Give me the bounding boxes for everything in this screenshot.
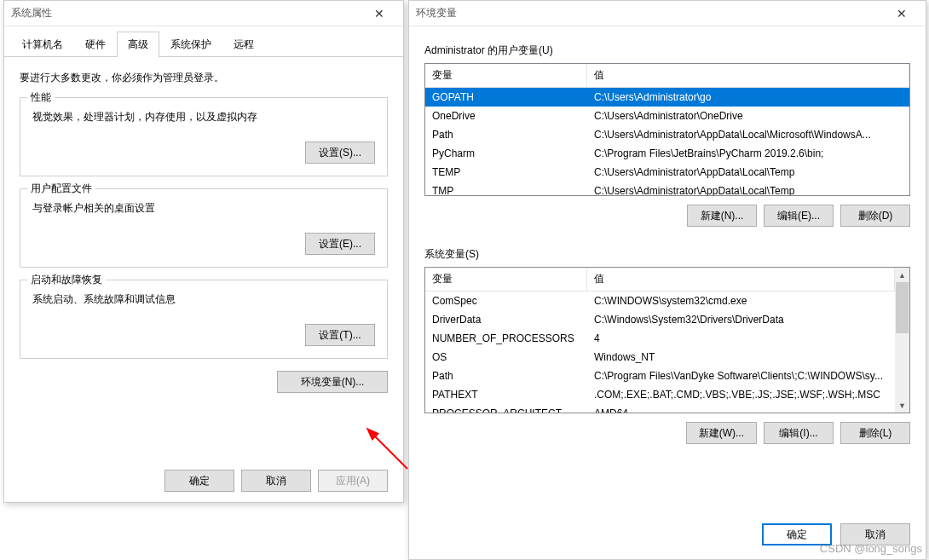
- delete-user-var-button[interactable]: 删除(D): [840, 205, 910, 227]
- col-name[interactable]: 变量: [425, 268, 587, 291]
- var-value: C:\Program Files\JetBrains\PyCharm 2019.…: [587, 144, 909, 163]
- table-row[interactable]: OSWindows_NT: [425, 348, 895, 367]
- environment-variables-dialog: 环境变量 ✕ Administrator 的用户变量(U) 变量 值 GOPAT…: [408, 0, 926, 560]
- system-properties-dialog: 系统属性 ✕ 计算机名 硬件 高级 系统保护 远程 要进行大多数更改，你必须作为…: [3, 0, 404, 503]
- table-header: 变量 值: [425, 268, 895, 292]
- col-value[interactable]: 值: [587, 268, 895, 291]
- cancel-button[interactable]: 取消: [241, 470, 311, 492]
- dialog-buttons: 确定 取消 应用(A): [4, 459, 403, 502]
- var-name: Path: [425, 367, 587, 385]
- var-name: TMP: [425, 182, 587, 195]
- performance-settings-button[interactable]: 设置(S)...: [305, 141, 375, 164]
- sys-vars-label: 系统变量(S): [424, 247, 910, 262]
- tab-remote[interactable]: 远程: [222, 32, 265, 57]
- group-title: 用户配置文件: [27, 182, 95, 196]
- admin-note: 要进行大多数更改，你必须作为管理员登录。: [20, 71, 388, 85]
- startup-recovery-group: 启动和故障恢复 系统启动、系统故障和调试信息 设置(T)...: [20, 280, 388, 359]
- titlebar: 环境变量 ✕: [409, 1, 926, 26]
- tabs: 计算机名 硬件 高级 系统保护 远程: [4, 26, 403, 57]
- col-name[interactable]: 变量: [425, 64, 587, 87]
- var-name: PyCharm: [425, 144, 587, 163]
- var-value: Windows_NT: [587, 348, 895, 367]
- tab-computer-name[interactable]: 计算机名: [11, 32, 74, 57]
- var-value: C:\Users\Administrator\AppData\Local\Tem…: [587, 182, 909, 195]
- var-value: 4: [587, 329, 895, 348]
- var-name: OS: [425, 348, 587, 367]
- group-title: 启动和故障恢复: [27, 273, 106, 287]
- group-desc: 视觉效果，处理器计划，内存使用，以及虚拟内存: [32, 110, 375, 124]
- environment-variables-button[interactable]: 环境变量(N)...: [277, 371, 388, 393]
- var-value: C:\Windows\System32\Drivers\DriverData: [587, 310, 895, 329]
- user-vars-label: Administrator 的用户变量(U): [424, 43, 910, 58]
- table-row[interactable]: NUMBER_OF_PROCESSORS4: [425, 329, 895, 348]
- table-row[interactable]: PATHEXT.COM;.EXE;.BAT;.CMD;.VBS;.VBE;.JS…: [425, 385, 895, 404]
- var-name: ComSpec: [425, 292, 587, 310]
- col-value[interactable]: 值: [587, 64, 909, 87]
- table-row[interactable]: PyCharmC:\Program Files\JetBrains\PyChar…: [425, 144, 909, 163]
- group-desc: 系统启动、系统故障和调试信息: [32, 292, 375, 307]
- dialog-body: Administrator 的用户变量(U) 变量 值 GOPATHC:\Use…: [409, 26, 926, 510]
- scrollbar-track[interactable]: [895, 282, 909, 398]
- var-value: AMD64: [587, 404, 895, 413]
- var-name: GOPATH: [425, 88, 587, 107]
- close-icon[interactable]: ✕: [362, 2, 396, 26]
- table-rows: GOPATHC:\Users\Administrator\goOneDriveC…: [425, 88, 909, 195]
- scrollbar[interactable]: ▲ ▼: [895, 268, 909, 413]
- dialog-body: 要进行大多数更改，你必须作为管理员登录。 性能 视觉效果，处理器计划，内存使用，…: [4, 57, 403, 459]
- performance-group: 性能 视觉效果，处理器计划，内存使用，以及虚拟内存 设置(S)...: [20, 97, 388, 176]
- sys-vars-table: 变量 值 ComSpecC:\WINDOWS\system32\cmd.exeD…: [424, 267, 910, 413]
- table-row[interactable]: OneDriveC:\Users\Administrator\OneDrive: [425, 107, 909, 125]
- edit-sys-var-button[interactable]: 编辑(I)...: [764, 422, 834, 444]
- titlebar: 系统属性 ✕: [4, 1, 403, 26]
- var-name: Path: [425, 125, 587, 144]
- var-value: C:\WINDOWS\system32\cmd.exe: [587, 292, 895, 310]
- delete-sys-var-button[interactable]: 删除(L): [840, 422, 910, 444]
- tab-hardware[interactable]: 硬件: [74, 32, 117, 57]
- table-row[interactable]: TEMPC:\Users\Administrator\AppData\Local…: [425, 163, 909, 182]
- group-desc: 与登录帐户相关的桌面设置: [32, 201, 375, 216]
- var-name: NUMBER_OF_PROCESSORS: [425, 329, 587, 348]
- scroll-down-icon[interactable]: ▼: [895, 398, 909, 413]
- user-profile-group: 用户配置文件 与登录帐户相关的桌面设置 设置(E)...: [20, 188, 388, 268]
- ok-button[interactable]: 确定: [762, 523, 832, 546]
- startup-settings-button[interactable]: 设置(T)...: [305, 324, 375, 346]
- scroll-up-icon[interactable]: ▲: [895, 268, 909, 282]
- close-icon[interactable]: ✕: [885, 2, 919, 26]
- edit-user-var-button[interactable]: 编辑(E)...: [764, 205, 834, 227]
- new-user-var-button[interactable]: 新建(N)...: [687, 205, 757, 227]
- table-row[interactable]: PathC:\Users\Administrator\AppData\Local…: [425, 125, 909, 144]
- table-rows: ComSpecC:\WINDOWS\system32\cmd.exeDriver…: [425, 292, 895, 413]
- dialog-buttons: 确定 取消: [409, 510, 926, 559]
- user-vars-table: 变量 值 GOPATHC:\Users\Administrator\goOneD…: [424, 63, 910, 196]
- user-profile-settings-button[interactable]: 设置(E)...: [305, 233, 375, 255]
- table-row[interactable]: DriverDataC:\Windows\System32\Drivers\Dr…: [425, 310, 895, 329]
- apply-button[interactable]: 应用(A): [318, 470, 388, 492]
- var-value: C:\Users\Administrator\OneDrive: [587, 107, 909, 125]
- var-name: PROCESSOR_ARCHITECT...: [425, 404, 587, 413]
- var-name: TEMP: [425, 163, 587, 182]
- new-sys-var-button[interactable]: 新建(W)...: [686, 422, 757, 444]
- var-name: PATHEXT: [425, 385, 587, 404]
- tab-advanced[interactable]: 高级: [117, 32, 159, 57]
- table-row[interactable]: PathC:\Program Files\VanDyke Software\Cl…: [425, 367, 895, 385]
- var-value: C:\Program Files\VanDyke Software\Client…: [587, 367, 895, 385]
- group-title: 性能: [27, 90, 55, 105]
- dialog-title: 环境变量: [416, 6, 885, 20]
- scrollbar-thumb[interactable]: [896, 282, 909, 333]
- var-value: .COM;.EXE;.BAT;.CMD;.VBS;.VBE;.JS;.JSE;.…: [587, 385, 895, 404]
- cancel-button[interactable]: 取消: [840, 523, 910, 546]
- var-value: C:\Users\Administrator\AppData\Local\Tem…: [587, 163, 909, 182]
- var-value: C:\Users\Administrator\go: [587, 88, 909, 107]
- dialog-title: 系统属性: [11, 6, 362, 20]
- table-row[interactable]: TMPC:\Users\Administrator\AppData\Local\…: [425, 182, 909, 195]
- var-name: DriverData: [425, 310, 587, 329]
- tab-system-protection[interactable]: 系统保护: [159, 32, 222, 57]
- table-row[interactable]: PROCESSOR_ARCHITECT...AMD64: [425, 404, 895, 413]
- table-row[interactable]: GOPATHC:\Users\Administrator\go: [425, 88, 909, 107]
- ok-button[interactable]: 确定: [164, 470, 234, 492]
- var-value: C:\Users\Administrator\AppData\Local\Mic…: [587, 125, 909, 144]
- table-row[interactable]: ComSpecC:\WINDOWS\system32\cmd.exe: [425, 292, 895, 310]
- table-header: 变量 值: [425, 64, 909, 88]
- var-name: OneDrive: [425, 107, 587, 125]
